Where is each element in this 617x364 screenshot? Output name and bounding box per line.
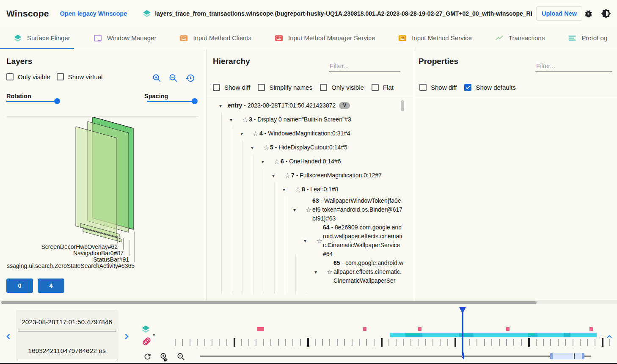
pin-star-icon[interactable]: ☆ bbox=[316, 237, 323, 245]
hierarchy-filter-input[interactable] bbox=[329, 61, 400, 72]
tab-transactions[interactable]: Transactions bbox=[483, 27, 556, 49]
timestamp-human-input[interactable] bbox=[18, 313, 116, 331]
expand-arrow-icon[interactable]: ▾ bbox=[240, 131, 246, 137]
checkbox-show-defaults[interactable]: Show defaults bbox=[464, 84, 515, 91]
tree-node-65[interactable]: ▾☆65 - com.google.android.wallpaper.effe… bbox=[207, 259, 405, 285]
checkbox-show-diff[interactable]: Show diff bbox=[213, 84, 250, 91]
pin-star-icon[interactable]: ☆ bbox=[253, 130, 259, 138]
spacing-slider-thumb[interactable] bbox=[192, 98, 198, 104]
display-id-button-0[interactable]: 0 bbox=[6, 279, 33, 293]
pin-star-icon[interactable]: ☆ bbox=[242, 116, 249, 124]
transition-marker[interactable] bbox=[589, 327, 593, 331]
tab-window-manager[interactable]: Window Manager bbox=[82, 27, 168, 49]
expand-arrow-icon[interactable]: ▾ bbox=[314, 269, 320, 275]
rotation-slider-thumb[interactable] bbox=[54, 98, 60, 104]
transition-marker[interactable] bbox=[363, 327, 366, 331]
trace-selector-dropdown-icon[interactable]: ▾ bbox=[153, 332, 155, 338]
expand-arrow-icon[interactable]: ▾ bbox=[262, 159, 267, 165]
expand-arrow-icon[interactable]: ▾ bbox=[251, 145, 257, 151]
overview-selection-handle[interactable] bbox=[582, 353, 584, 359]
tree-node-64[interactable]: ▾☆64 - 8e26909 com.google.android.wallpa… bbox=[207, 223, 405, 259]
checkbox-only-visible[interactable]: Only visible bbox=[6, 73, 50, 80]
panel-separator bbox=[414, 49, 414, 301]
unchecked-checkbox-icon[interactable] bbox=[419, 84, 427, 91]
tree-node-6[interactable]: ▾☆6 - OneHanded:0:14#6 bbox=[207, 154, 405, 168]
checked-checkbox-icon[interactable] bbox=[464, 84, 471, 91]
pin-star-icon[interactable]: ☆ bbox=[284, 171, 291, 179]
checkbox-show-virtual[interactable]: Show virtual bbox=[57, 73, 103, 80]
restore-icon[interactable] bbox=[185, 73, 195, 83]
expand-arrow-icon[interactable]: ▾ bbox=[293, 207, 299, 213]
refresh-icon[interactable] bbox=[143, 352, 152, 361]
tab-surface-flinger[interactable]: Surface Flinger bbox=[2, 27, 82, 49]
pin-star-icon[interactable]: ☆ bbox=[306, 206, 312, 214]
unchecked-checkbox-icon[interactable] bbox=[213, 84, 220, 91]
tab-input-method-service[interactable]: Input Method Service bbox=[386, 27, 483, 49]
unchecked-checkbox-icon[interactable] bbox=[372, 84, 379, 91]
surface-flinger-trace-icon[interactable] bbox=[141, 324, 151, 334]
unchecked-checkbox-icon[interactable] bbox=[57, 73, 64, 80]
expand-arrow-icon[interactable]: ▾ bbox=[230, 117, 236, 123]
tab-input-method-clients[interactable]: Input Method Clients bbox=[168, 27, 263, 49]
expand-arrow-icon[interactable]: ▾ bbox=[272, 173, 278, 179]
spacing-slider[interactable] bbox=[147, 98, 196, 104]
timeline-zoom-out-icon[interactable] bbox=[176, 352, 185, 361]
display-id-button-4[interactable]: 4 bbox=[38, 279, 64, 293]
ruler-minor-tick bbox=[329, 339, 330, 346]
pin-star-icon[interactable]: ☆ bbox=[295, 185, 302, 193]
dark-mode-icon[interactable] bbox=[601, 8, 611, 19]
overview-line[interactable] bbox=[200, 356, 591, 357]
properties-filter-input[interactable] bbox=[535, 61, 612, 72]
rotation-slider[interactable] bbox=[6, 98, 58, 104]
tree-node-3[interactable]: ▾☆3 - Display 0 name="Built-in Screen"#3 bbox=[207, 113, 405, 127]
tree-node-5[interactable]: ▾☆5 - HideDisplayCutout:0:14#5 bbox=[207, 141, 405, 154]
transition-marker[interactable] bbox=[257, 327, 261, 331]
overview-cursor-tick[interactable] bbox=[463, 353, 464, 359]
unchecked-checkbox-icon[interactable] bbox=[320, 84, 327, 91]
transition-marker[interactable] bbox=[261, 327, 264, 331]
transitions-trace-icon[interactable] bbox=[141, 336, 152, 347]
unchecked-checkbox-icon[interactable] bbox=[258, 84, 265, 91]
timestamp-ns-input[interactable] bbox=[18, 342, 116, 360]
tree-node-4[interactable]: ▾☆4 - WindowedMagnification:0:31#4 bbox=[207, 127, 405, 141]
checkbox-only-visible[interactable]: Only visible bbox=[320, 84, 364, 91]
tab-protolog[interactable]: ProtoLog bbox=[556, 27, 617, 49]
ruler-minor-tick bbox=[440, 339, 441, 346]
overview-selection[interactable] bbox=[551, 353, 583, 359]
zoom-out-icon[interactable] bbox=[168, 73, 178, 83]
checkbox-simplify-names[interactable]: Simplify names bbox=[258, 84, 312, 91]
open-legacy-winscope-link[interactable]: Open legacy Winscope bbox=[60, 10, 127, 17]
upload-new-button[interactable]: Upload New bbox=[536, 6, 582, 21]
unchecked-checkbox-icon[interactable] bbox=[6, 73, 14, 80]
keyboard-icon bbox=[274, 33, 284, 43]
transition-marker[interactable] bbox=[506, 327, 510, 331]
ruler-minor-tick bbox=[425, 339, 426, 346]
timeline-cursor[interactable] bbox=[462, 308, 463, 358]
expand-arrow-icon[interactable]: ▾ bbox=[219, 103, 225, 109]
checkbox-flat[interactable]: Flat bbox=[372, 84, 394, 91]
hierarchy-scrollbar[interactable] bbox=[401, 100, 404, 111]
transition-marker[interactable] bbox=[418, 327, 421, 331]
bug-report-icon[interactable] bbox=[583, 8, 593, 19]
ruler-minor-tick bbox=[491, 339, 492, 346]
pin-star-icon[interactable]: ☆ bbox=[263, 143, 270, 152]
overview-selection-handle[interactable] bbox=[550, 353, 553, 359]
collapse-timeline-icon[interactable] bbox=[604, 332, 614, 342]
pin-star-icon[interactable]: ☆ bbox=[327, 268, 333, 276]
expand-arrow-icon[interactable]: ▾ bbox=[304, 238, 310, 244]
layer-rect[interactable] bbox=[76, 127, 117, 237]
tree-node-63[interactable]: ▾☆63 - WallpaperWindowToken{fa0eef6 toke… bbox=[207, 196, 405, 223]
ruler-minor-tick bbox=[447, 339, 448, 346]
sf-trace-band-segment bbox=[459, 333, 474, 337]
tab-input-method-manager-service[interactable]: Input Method Manager Service bbox=[263, 27, 386, 49]
pin-star-icon[interactable]: ☆ bbox=[274, 157, 281, 165]
tree-node-7[interactable]: ▾☆7 - FullscreenMagnification:0:12#7 bbox=[207, 168, 405, 182]
expand-arrow-icon[interactable]: ▾ bbox=[283, 187, 289, 193]
tree-node-entry[interactable]: ▾entry - 2023-08-28T17:01:50.421423872V bbox=[207, 99, 405, 113]
main-scrollbar[interactable] bbox=[1, 301, 537, 304]
checkbox-show-diff[interactable]: Show diff bbox=[419, 84, 457, 91]
next-entry-button[interactable] bbox=[121, 331, 132, 342]
prev-entry-button[interactable] bbox=[3, 331, 14, 342]
tree-node-8[interactable]: ▾☆8 - Leaf:0:1#8 bbox=[207, 182, 405, 196]
zoom-in-icon[interactable] bbox=[151, 73, 162, 83]
